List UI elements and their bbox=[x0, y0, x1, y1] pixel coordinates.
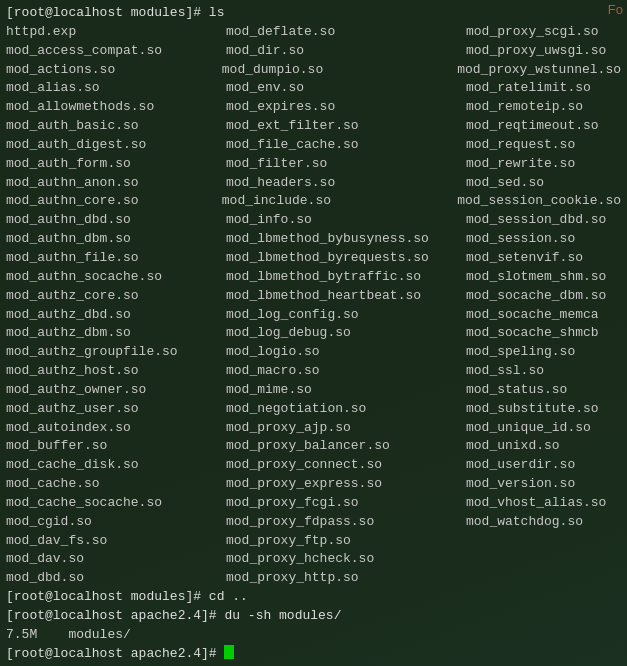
list-item: mod_setenvif.so bbox=[466, 249, 621, 268]
prompt-final-text: [root@localhost apache2.4]# bbox=[6, 645, 224, 664]
table-row: mod_dav_fs.somod_proxy_ftp.so bbox=[6, 532, 621, 551]
list-item: mod_alias.so bbox=[6, 79, 226, 98]
du-result-text: 7.5M modules/ bbox=[6, 626, 131, 645]
list-item: mod_actions.so bbox=[6, 61, 222, 80]
table-row: mod_authz_dbm.somod_log_debug.somod_soca… bbox=[6, 324, 621, 343]
table-row: mod_auth_form.somod_filter.somod_rewrite… bbox=[6, 155, 621, 174]
table-row: mod_access_compat.somod_dir.somod_proxy_… bbox=[6, 42, 621, 61]
list-item: mod_cache_socache.so bbox=[6, 494, 226, 513]
table-row: mod_cache.somod_proxy_express.somod_vers… bbox=[6, 475, 621, 494]
list-item: mod_proxy_connect.so bbox=[226, 456, 466, 475]
list-item: mod_cache_disk.so bbox=[6, 456, 226, 475]
list-item: mod_authz_host.so bbox=[6, 362, 226, 381]
list-item: mod_authn_dbd.so bbox=[6, 211, 226, 230]
list-item: mod_authz_dbd.so bbox=[6, 306, 226, 325]
list-item: mod_vhost_alias.so bbox=[466, 494, 621, 513]
list-item: mod_filter.so bbox=[226, 155, 466, 174]
list-item: mod_session_dbd.so bbox=[466, 211, 621, 230]
list-item: mod_lbmethod_byrequests.so bbox=[226, 249, 466, 268]
watermark: Fo bbox=[604, 0, 627, 19]
list-item: mod_proxy_express.so bbox=[226, 475, 466, 494]
list-item: mod_negotiation.so bbox=[226, 400, 466, 419]
list-item: mod_env.so bbox=[226, 79, 466, 98]
list-item: mod_proxy_fdpass.so bbox=[226, 513, 466, 532]
list-item: mod_ssl.so bbox=[466, 362, 621, 381]
list-item: mod_proxy_hcheck.so bbox=[226, 550, 466, 569]
list-item: mod_log_config.so bbox=[226, 306, 466, 325]
table-row: mod_authz_dbd.somod_log_config.somod_soc… bbox=[6, 306, 621, 325]
list-item: mod_authz_user.so bbox=[6, 400, 226, 419]
list-item: mod_autoindex.so bbox=[6, 419, 226, 438]
table-row: mod_dbd.somod_proxy_http.so bbox=[6, 569, 621, 588]
list-item: mod_unique_id.so bbox=[466, 419, 621, 438]
table-row: mod_alias.somod_env.somod_ratelimit.so bbox=[6, 79, 621, 98]
list-item: mod_socache_dbm.so bbox=[466, 287, 621, 306]
list-item: mod_headers.so bbox=[226, 174, 466, 193]
table-row: mod_authn_core.somod_include.somod_sessi… bbox=[6, 192, 621, 211]
list-item: mod_macro.so bbox=[226, 362, 466, 381]
table-row: mod_dav.somod_proxy_hcheck.so bbox=[6, 550, 621, 569]
table-row: mod_authn_dbd.somod_info.somod_session_d… bbox=[6, 211, 621, 230]
list-item: mod_request.so bbox=[466, 136, 621, 155]
list-item: mod_substitute.so bbox=[466, 400, 621, 419]
list-item: mod_cgid.so bbox=[6, 513, 226, 532]
table-row: mod_authz_core.somod_lbmethod_heartbeat.… bbox=[6, 287, 621, 306]
table-row: mod_cache_socache.somod_proxy_fcgi.somod… bbox=[6, 494, 621, 513]
list-item: mod_lbmethod_heartbeat.so bbox=[226, 287, 466, 306]
list-item: mod_expires.so bbox=[226, 98, 466, 117]
list-item: mod_authz_groupfile.so bbox=[6, 343, 226, 362]
list-item: mod_proxy_ftp.so bbox=[226, 532, 466, 551]
table-row: mod_allowmethods.somod_expires.somod_rem… bbox=[6, 98, 621, 117]
list-item: mod_session.so bbox=[466, 230, 621, 249]
du-result: 7.5M modules/ bbox=[6, 626, 621, 645]
list-item: mod_authn_anon.so bbox=[6, 174, 226, 193]
list-item: mod_proxy_balancer.so bbox=[226, 437, 466, 456]
list-item: httpd.exp bbox=[6, 23, 226, 42]
list-item: mod_authz_core.so bbox=[6, 287, 226, 306]
list-item: mod_sed.so bbox=[466, 174, 621, 193]
list-item: mod_lbmethod_bybusyness.so bbox=[226, 230, 466, 249]
prompt-text: [root@localhost modules]# ls bbox=[6, 4, 224, 23]
table-row: mod_authz_host.somod_macro.somod_ssl.so bbox=[6, 362, 621, 381]
table-row: mod_actions.somod_dumpio.somod_proxy_wst… bbox=[6, 61, 621, 80]
list-item: mod_authn_core.so bbox=[6, 192, 222, 211]
list-item: mod_allowmethods.so bbox=[6, 98, 226, 117]
list-item: mod_userdir.so bbox=[466, 456, 621, 475]
table-row: mod_autoindex.somod_proxy_ajp.somod_uniq… bbox=[6, 419, 621, 438]
table-row: mod_auth_basic.somod_ext_filter.somod_re… bbox=[6, 117, 621, 136]
table-row: mod_cgid.somod_proxy_fdpass.somod_watchd… bbox=[6, 513, 621, 532]
table-row: mod_auth_digest.somod_file_cache.somod_r… bbox=[6, 136, 621, 155]
list-item: mod_ext_filter.so bbox=[226, 117, 466, 136]
list-item: mod_deflate.so bbox=[226, 23, 466, 42]
list-item: mod_proxy_http.so bbox=[226, 569, 466, 588]
table-row: mod_authn_dbm.somod_lbmethod_bybusyness.… bbox=[6, 230, 621, 249]
list-item: mod_logio.so bbox=[226, 343, 466, 362]
table-row: mod_authz_groupfile.somod_logio.somod_sp… bbox=[6, 343, 621, 362]
table-row: mod_authn_anon.somod_headers.somod_sed.s… bbox=[6, 174, 621, 193]
list-item: mod_mime.so bbox=[226, 381, 466, 400]
list-item: mod_file_cache.so bbox=[226, 136, 466, 155]
list-item: mod_remoteip.so bbox=[466, 98, 621, 117]
table-row: httpd.expmod_deflate.somod_proxy_scgi.so bbox=[6, 23, 621, 42]
list-item: mod_slotmem_shm.so bbox=[466, 268, 621, 287]
list-item: mod_proxy_uwsgi.so bbox=[466, 42, 621, 61]
table-row: mod_cache_disk.somod_proxy_connect.somod… bbox=[6, 456, 621, 475]
list-item: mod_authn_file.so bbox=[6, 249, 226, 268]
list-item: mod_buffer.so bbox=[6, 437, 226, 456]
list-item: mod_cache.so bbox=[6, 475, 226, 494]
list-item: mod_auth_basic.so bbox=[6, 117, 226, 136]
list-item: mod_authn_dbm.so bbox=[6, 230, 226, 249]
list-item bbox=[466, 550, 621, 569]
list-item: mod_speling.so bbox=[466, 343, 621, 362]
list-item: mod_socache_memca bbox=[466, 306, 621, 325]
prompt-cd: [root@localhost modules]# cd .. bbox=[6, 588, 621, 607]
list-item: mod_access_compat.so bbox=[6, 42, 226, 61]
list-item: mod_ratelimit.so bbox=[466, 79, 621, 98]
table-row: mod_authn_socache.somod_lbmethod_bytraff… bbox=[6, 268, 621, 287]
list-item: mod_dav_fs.so bbox=[6, 532, 226, 551]
list-item: mod_watchdog.so bbox=[466, 513, 621, 532]
list-item: mod_authz_dbm.so bbox=[6, 324, 226, 343]
list-item: mod_dbd.so bbox=[6, 569, 226, 588]
list-item: mod_status.so bbox=[466, 381, 621, 400]
list-item bbox=[466, 569, 621, 588]
